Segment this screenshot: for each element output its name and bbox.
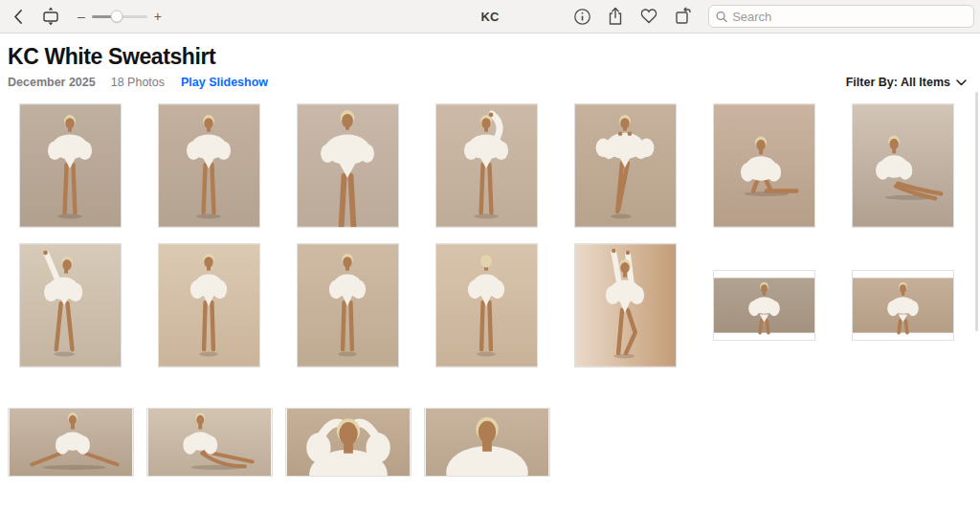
- photo-image: [146, 408, 273, 477]
- album-title: KC White Sweatshirt: [8, 44, 980, 70]
- photo-thumbnail[interactable]: [713, 103, 815, 228]
- photo-thumbnail[interactable]: [852, 103, 954, 228]
- album-subheader: December 2025 18 Photos Play Slideshow F…: [8, 76, 980, 89]
- photo-thumbnail[interactable]: [574, 243, 677, 368]
- favorite-button[interactable]: [639, 8, 658, 25]
- photo-grid-row: [8, 408, 980, 477]
- play-slideshow-link[interactable]: Play Slideshow: [181, 76, 268, 89]
- photo-thumbnail[interactable]: [8, 408, 134, 477]
- chevron-left-icon: [12, 9, 24, 25]
- back-button[interactable]: [12, 9, 24, 25]
- slider-track[interactable]: [92, 15, 147, 18]
- photo-image: [19, 243, 122, 368]
- heart-icon: [639, 8, 658, 25]
- photo-grid-row: [19, 103, 980, 228]
- photo-grid-row: [19, 243, 980, 368]
- info-icon: [573, 8, 591, 26]
- slider-knob[interactable]: [110, 11, 122, 23]
- photo-image: [158, 103, 260, 228]
- toolbar: – + KC: [0, 0, 980, 34]
- filter-by-label: Filter By: All Items: [846, 76, 950, 89]
- search-icon: [716, 11, 727, 23]
- photo-thumbnail[interactable]: [285, 408, 412, 477]
- vertical-scrollbar[interactable]: [975, 92, 978, 331]
- photo-thumbnail[interactable]: [435, 103, 538, 228]
- photo-image: [435, 103, 538, 228]
- photo-thumbnail[interactable]: [424, 408, 550, 477]
- photo-image: [574, 243, 677, 368]
- chevron-down-icon: [956, 79, 967, 86]
- search-input[interactable]: [732, 10, 967, 24]
- photo-image: [285, 408, 412, 477]
- photo-image: [297, 103, 399, 228]
- album-photo-count: 18 Photos: [111, 76, 165, 89]
- photo-thumbnail[interactable]: [297, 103, 399, 228]
- photo-image: [158, 243, 260, 368]
- photo-image: [852, 103, 954, 228]
- thumbnail-zoom-slider[interactable]: – +: [78, 10, 162, 23]
- rotate-button[interactable]: [674, 7, 693, 26]
- photo-image: [19, 103, 122, 228]
- photo-image: [713, 270, 815, 341]
- zoom-in-label[interactable]: +: [154, 10, 162, 23]
- filter-by-dropdown[interactable]: Filter By: All Items: [846, 76, 967, 89]
- photo-thumbnail[interactable]: [158, 243, 260, 368]
- share-icon: [607, 7, 624, 26]
- album-date: December 2025: [8, 76, 96, 89]
- search-field[interactable]: [708, 5, 974, 28]
- photo-thumbnail[interactable]: [19, 103, 122, 228]
- album-view: KC White Sweatshirt December 2025 18 Pho…: [0, 44, 980, 477]
- photo-image: [574, 103, 677, 228]
- share-button[interactable]: [607, 7, 624, 26]
- photo-image: [297, 243, 399, 368]
- photo-grid: [8, 103, 980, 477]
- photo-image: [424, 408, 550, 477]
- photo-image: [713, 103, 815, 228]
- photo-thumbnail[interactable]: [713, 243, 815, 368]
- photo-image: [435, 243, 538, 368]
- rotate-icon: [674, 7, 693, 26]
- zoom-to-fit-button[interactable]: [40, 6, 61, 27]
- zoom-out-label[interactable]: –: [78, 10, 85, 23]
- photo-thumbnail[interactable]: [435, 243, 538, 368]
- photo-thumbnail[interactable]: [146, 408, 273, 477]
- photo-thumbnail[interactable]: [852, 243, 954, 368]
- photo-thumbnail[interactable]: [574, 103, 677, 228]
- photo-image: [8, 408, 134, 477]
- photo-thumbnail[interactable]: [19, 243, 122, 368]
- photo-thumbnail[interactable]: [158, 103, 260, 228]
- info-button[interactable]: [573, 8, 591, 26]
- photo-thumbnail[interactable]: [297, 243, 399, 368]
- aspect-ratio-icon: [40, 6, 61, 27]
- photo-image: [852, 270, 954, 341]
